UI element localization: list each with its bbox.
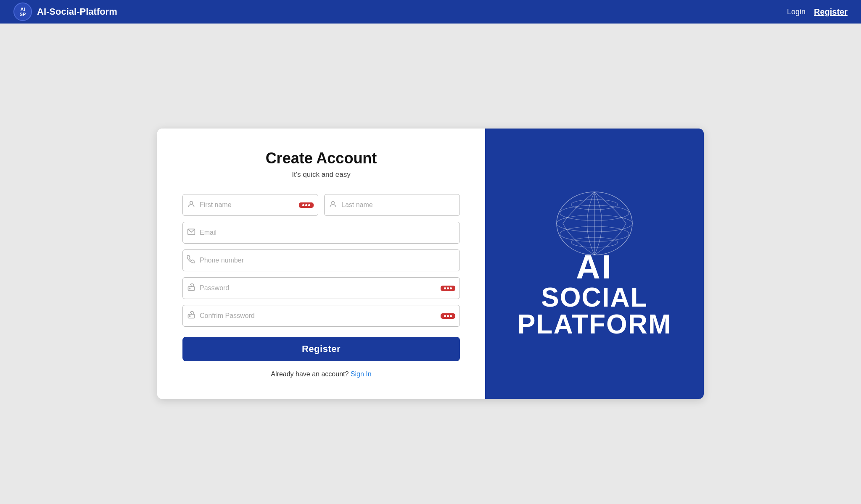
- confirm-password-toggle-button[interactable]: [441, 313, 455, 319]
- confirm-password-group: [182, 305, 460, 327]
- register-button[interactable]: Register: [182, 337, 460, 361]
- name-row: [182, 194, 460, 216]
- last-name-group: [324, 194, 460, 216]
- first-name-group: [182, 194, 318, 216]
- brand-logo-group: AI SP AI-Social-Platform: [13, 3, 117, 21]
- user-icon: [187, 200, 195, 210]
- svg-point-5: [189, 315, 190, 317]
- confirm-password-icon: [187, 311, 195, 321]
- password-toggle-button[interactable]: [441, 286, 455, 291]
- globe-icon: [548, 190, 641, 257]
- login-link[interactable]: Login: [787, 8, 806, 16]
- navbar: AI SP AI-Social-Platform Login Register: [0, 0, 861, 24]
- app-title: AI-Social-Platform: [37, 6, 117, 17]
- register-link[interactable]: Register: [814, 7, 848, 17]
- first-name-toggle-button[interactable]: [299, 202, 314, 208]
- brand-content: AI SOCIAL PLATFORM: [518, 190, 672, 338]
- phone-input[interactable]: [200, 250, 455, 271]
- brand-platform-text: PLATFORM: [518, 311, 672, 338]
- password-input[interactable]: [200, 278, 441, 299]
- page-container: Create Account It's quick and easy: [0, 24, 861, 504]
- brand-panel: AI SOCIAL PLATFORM: [485, 129, 704, 399]
- logo-icon: AI SP: [13, 3, 32, 21]
- form-title: Create Account: [266, 150, 377, 167]
- password-icon: [187, 283, 195, 294]
- svg-point-3: [189, 288, 190, 289]
- email-icon: [187, 228, 195, 238]
- nav-links: Login Register: [787, 7, 848, 17]
- email-group: [182, 222, 460, 244]
- form-panel: Create Account It's quick and easy: [157, 129, 485, 399]
- form-subtitle: It's quick and easy: [292, 171, 350, 179]
- signin-link[interactable]: Sign In: [351, 370, 372, 378]
- first-name-input[interactable]: [200, 194, 299, 215]
- password-group: [182, 277, 460, 299]
- phone-group: [182, 249, 460, 271]
- brand-text: AI SOCIAL PLATFORM: [518, 250, 672, 338]
- phone-icon: [187, 255, 195, 266]
- svg-point-1: [332, 201, 335, 204]
- signin-prompt: Already have an account? Sign In: [271, 370, 371, 378]
- main-card: Create Account It's quick and easy: [157, 129, 704, 399]
- last-name-input[interactable]: [341, 194, 455, 215]
- svg-point-0: [190, 201, 193, 204]
- email-input[interactable]: [200, 222, 455, 243]
- user-icon-2: [329, 200, 337, 210]
- globe-container: [548, 190, 641, 259]
- confirm-password-input[interactable]: [200, 305, 441, 326]
- brand-social-text: SOCIAL: [518, 284, 672, 311]
